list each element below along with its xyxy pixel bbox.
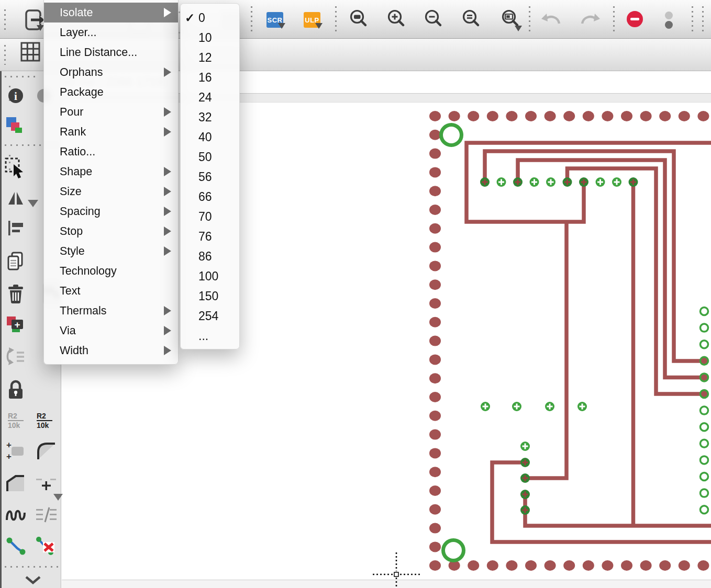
menu-item-isolate[interactable]: Isolate [44,3,178,22]
unroute-tool[interactable] [35,535,58,558]
trash-icon [4,282,27,306]
isolate-value-label: 10 [198,31,212,45]
layer-settings-button[interactable] [4,116,27,139]
undo-button[interactable] [541,9,562,28]
lock-tool[interactable] [4,378,27,401]
isolate-value-12[interactable]: 12 [181,48,239,67]
meander-tool[interactable] [4,503,27,526]
arc-route-tool[interactable] [35,439,58,462]
zoom-select-dropdown-arrow[interactable] [515,26,522,31]
layers-dropdown-arrow[interactable] [28,200,38,207]
zoom-fit-button[interactable] [348,9,369,30]
mirror-tool[interactable] [4,187,27,210]
zoom-fit-icon [348,9,369,30]
scr-dropdown-arrow[interactable] [278,23,285,29]
submenu-arrow-icon [164,167,171,176]
menu-item-package[interactable]: Package [44,82,178,102]
isolate-value-66[interactable]: 66 [181,187,239,207]
menu-item-shape[interactable]: Shape [44,162,178,182]
menu-item-stop[interactable]: Stop [44,221,178,241]
zoom-previous-button[interactable] [461,9,482,30]
sidebar-scroll-more[interactable] [21,569,45,588]
isolate-value-70[interactable]: 70 [181,207,239,227]
origin-tool[interactable] [35,472,58,495]
isolate-value-0[interactable]: ✓0 [181,8,239,28]
menu-item-pour[interactable]: Pour [44,102,178,122]
value-tool[interactable]: R2 10k [33,409,56,432]
isolate-value-100[interactable]: 100 [181,266,239,286]
value-badge: R2 10k [37,412,52,429]
isolate-value-24[interactable]: 24 [181,87,239,107]
isolate-value-56[interactable]: 56 [181,167,239,187]
menu-item-line-distance[interactable]: Line Distance... [44,42,178,62]
info-icon: i [4,84,27,107]
ulp-dropdown-arrow[interactable] [315,23,323,29]
overflow-dot-dark[interactable] [665,21,673,29]
menu-item-label: Width [60,344,88,357]
isolate-value-150[interactable]: 150 [181,286,239,306]
isolate-value-[interactable]: ... [181,326,239,346]
toolbar-separator [692,6,693,35]
menu-item-ratio[interactable]: Ratio... [44,142,178,162]
stop-button[interactable] [627,11,643,27]
menu-item-size[interactable]: Size [44,182,178,201]
smash-tool[interactable]: + + [4,439,27,462]
value-badge-top: R2 [37,412,46,420]
crosshair-cursor [373,552,421,588]
route-tool[interactable] [4,535,27,558]
menu-item-width[interactable]: Width [44,341,178,360]
layers-icon [4,116,27,139]
menu-item-label: Via [60,324,76,337]
menu-item-label: Ratio... [60,145,95,159]
isolate-value-40[interactable]: 40 [181,127,239,147]
zoom-out-button[interactable] [423,9,444,30]
isolate-value-label: 100 [198,269,218,284]
grid-button[interactable] [19,41,42,64]
toolbar-drag-handle[interactable] [4,9,6,31]
ripup-icon [35,503,58,526]
align-tool[interactable] [4,217,27,240]
delete-tool[interactable] [4,282,27,306]
add-tool[interactable]: + [4,313,27,336]
isolate-value-label: 0 [198,11,205,25]
menu-item-orphans[interactable]: Orphans [44,62,178,82]
name-tool[interactable]: R2 10k [4,409,27,432]
value-dropdown-arrow[interactable] [53,494,63,501]
isolate-value-50[interactable]: 50 [181,147,239,167]
menu-item-label: Technology [60,265,117,278]
redo-button[interactable] [580,9,601,28]
info-tool-button[interactable]: i [4,84,27,107]
menu-item-style[interactable]: Style [44,241,178,261]
svg-text:+: + [6,440,12,450]
isolate-value-label: 32 [198,110,212,125]
miter-tool[interactable] [4,472,27,495]
meander-icon [4,503,27,526]
menu-item-via[interactable]: Via [44,321,178,341]
submenu-arrow-icon [164,8,171,17]
isolate-value-86[interactable]: 86 [181,246,239,266]
isolate-value-254[interactable]: 254 [181,306,239,326]
toolbar-drag-handle[interactable] [4,45,6,65]
menu-item-thermals[interactable]: Thermals [44,301,178,321]
submenu-arrow-icon [164,306,171,315]
menu-item-rank[interactable]: Rank [44,122,178,142]
copy-tool[interactable] [4,250,27,273]
arc-icon [35,439,58,462]
menu-item-label: Orphans [60,66,103,79]
menu-item-text[interactable]: Text [44,281,178,301]
group-select-tool[interactable] [4,156,27,179]
isolate-value-32[interactable]: 32 [181,107,239,127]
menu-item-technology[interactable]: Technology [44,261,178,281]
isolate-value-16[interactable]: 16 [181,67,239,87]
replace-tool[interactable] [4,345,27,368]
menu-item-layer[interactable]: Layer... [44,22,178,42]
isolate-value-10[interactable]: 10 [181,28,239,48]
submenu-arrow-icon [164,207,171,216]
export-dropdown-arrow[interactable] [37,25,44,31]
submenu-arrow-icon [164,127,171,137]
overflow-dot-light[interactable] [665,12,673,19]
zoom-in-button[interactable] [386,9,407,30]
ripup-tool[interactable] [35,503,58,526]
isolate-value-76[interactable]: 76 [181,227,239,246]
menu-item-spacing[interactable]: Spacing [44,201,178,221]
